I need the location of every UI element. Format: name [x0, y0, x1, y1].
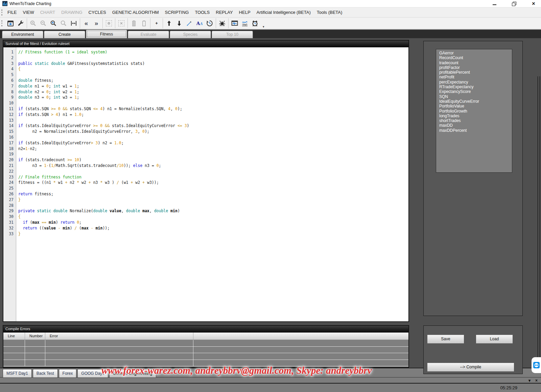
add-icon: + [155, 20, 158, 27]
region-delete-button [116, 18, 126, 28]
stat-item-longtrades[interactable]: longTrades [439, 114, 512, 118]
reset-view-button[interactable] [205, 18, 215, 28]
tab-fitness[interactable]: Fitness [86, 30, 127, 38]
stat-item-maxddpercent[interactable]: maxDDPercent [439, 128, 512, 133]
code-editor[interactable]: 1234567891011121314151617181920212223242… [3, 47, 408, 321]
code-line: fitness = ((n1 * w1 + n2 * w2 + n3 * w3 … [18, 180, 408, 186]
load-button[interactable]: Load [476, 335, 513, 344]
stat-item-rtradeexpectancy[interactable]: RTradeExpectancy [439, 84, 512, 89]
compile-error-row[interactable] [3, 353, 408, 360]
menu-item-help[interactable]: HELP [236, 8, 254, 17]
bottom-tab-genetic-engineering[interactable]: Genetic Engineering [109, 369, 156, 378]
zoom-in-button[interactable] [48, 18, 58, 28]
tabstrip-dropdown-button[interactable]: ▾ [528, 378, 531, 383]
stat-item-tradecount[interactable]: tradecount [439, 60, 512, 65]
spider-button[interactable] [217, 18, 227, 28]
minimize-button[interactable] [490, 1, 499, 7]
stat-item-sqn[interactable]: SQN [439, 94, 512, 99]
compile-error-row[interactable] [3, 360, 408, 367]
save-button[interactable]: Save [427, 335, 464, 344]
chart-settings-button[interactable] [5, 18, 16, 28]
statistics-panel: GAerrorRecordCounttradecountprofitFactor… [423, 41, 523, 316]
zoom-out-icon [40, 20, 47, 27]
code-line: return fitness; [18, 191, 408, 197]
toolbar-overflow-button[interactable]: ▾ [262, 25, 265, 29]
code-line: if (stats.SQN > 4) n1 = 1.0; [18, 112, 408, 118]
chart-monitor-button[interactable] [230, 18, 240, 28]
chart-monitor-icon [231, 20, 238, 27]
compile-errors-rows [3, 340, 408, 366]
code-line [18, 55, 408, 61]
stat-item-shorttrades[interactable]: shortTrades [439, 118, 512, 123]
spider-icon [218, 20, 226, 27]
menu-item-view[interactable]: VIEW [20, 8, 37, 17]
arrow-up-icon [165, 20, 173, 27]
compile-error-row[interactable] [3, 340, 408, 347]
code-line: // Fitness function (1 = ideal system) [18, 49, 408, 55]
menu-item-drawing: DRAWING [58, 8, 85, 17]
menu-item-artificial-intelligence-beta[interactable]: Artificial Intelligence (BETA) [254, 8, 314, 17]
stat-item-idealequitycurveerror[interactable]: IdealEquityCurveError [439, 99, 512, 104]
wrench-button[interactable] [16, 18, 26, 28]
alarm-clock-button[interactable] [250, 18, 260, 28]
stat-item-maxdd[interactable]: maxDD [439, 123, 512, 128]
menu-item-scripting[interactable]: SCRIPTING [162, 8, 192, 17]
chart-settings-icon [7, 20, 14, 27]
code-line: public static double GAFitness(systemsta… [18, 61, 408, 67]
stat-item-profitfactor[interactable]: profitFactor [439, 65, 512, 70]
menu-item-file[interactable]: FILE [4, 8, 20, 17]
close-button[interactable]: × [529, 1, 538, 7]
draw-line-button[interactable] [184, 18, 194, 28]
bottom-tab-forex[interactable]: Forex [59, 369, 77, 378]
stat-item-percexpectancy[interactable]: percExpectancy [439, 80, 512, 84]
stat-item-expectancyscore[interactable]: ExpectancyScore [439, 89, 512, 94]
bottom-tab-goog-day1[interactable]: GOOG Day1 [77, 369, 108, 378]
compile-button[interactable]: --> Compile [427, 363, 514, 372]
tab-environment[interactable]: Environment [2, 31, 43, 38]
code-line: { [18, 66, 408, 72]
tabstrip-close-button[interactable]: × [535, 378, 538, 383]
arrow-up-button[interactable] [164, 18, 174, 28]
fitness-editor-panel: Survival of the fittest / Evolution rule… [3, 40, 409, 322]
font-button[interactable]: AA [194, 18, 205, 28]
zoom-out-button [38, 18, 48, 28]
menu-item-genetic-algorithm[interactable]: GENETIC ALGORITHM [109, 8, 162, 17]
restore-button[interactable] [509, 1, 519, 7]
compile-error-row[interactable] [3, 347, 408, 353]
stat-item-gaerror[interactable]: GAerror [439, 51, 512, 55]
bottom-tab-msft-day1[interactable]: MSFT Day1 [3, 369, 32, 378]
stat-item-profitablepercent[interactable]: profitablePercent [439, 70, 512, 75]
bottom-tab-back-test[interactable]: Back Test [33, 369, 58, 378]
code-line: // Finale fittness function [18, 174, 408, 180]
stat-item-netprofit[interactable]: netProfit [439, 75, 512, 79]
teamviewer-edge-tab[interactable] [532, 357, 541, 373]
tab-row: EnvironmentCreateFitnessEvaluateSpeciesT… [0, 30, 541, 38]
stat-item-portfoliovalue[interactable]: PortfolioValue [439, 104, 512, 108]
extent-range-button[interactable] [69, 18, 79, 28]
col-header-error[interactable]: Error [45, 333, 193, 340]
arrow-down-button[interactable] [174, 18, 184, 28]
menu-item-tools[interactable]: TOOLS [192, 8, 213, 17]
code-line: double n3 = 0; int w3 = 1; [18, 95, 408, 100]
code-line [18, 118, 408, 123]
menubar-grip-handle[interactable] [1, 9, 2, 16]
toolbar-grip-handle[interactable] [1, 20, 2, 26]
region-delete-icon [118, 20, 124, 26]
add-button[interactable]: + [151, 18, 162, 28]
menu-item-replay[interactable]: REPLAY [213, 8, 236, 17]
reset-view-icon [206, 20, 213, 27]
bottom-tabs: MSFT Day1Back TestForexGOOG Day1Genetic … [3, 369, 156, 378]
step-back-button[interactable]: « [81, 18, 91, 28]
stat-item-portfoliogrowth[interactable]: PortfolioGrowth [439, 109, 512, 114]
code-line: if (stats.tradecount >= 10) [18, 157, 408, 163]
col-header-number[interactable]: Number [25, 333, 45, 340]
statistics-listbox[interactable]: GAerrorRecordCounttradecountprofitFactor… [436, 49, 512, 173]
stat-item-recordcount[interactable]: RecordCount [439, 55, 512, 60]
step-forward-button[interactable]: » [91, 18, 101, 28]
tab-create[interactable]: Create [44, 31, 85, 38]
col-header-line[interactable]: Line [3, 333, 25, 340]
menu-item-cycles[interactable]: CYCLES [86, 8, 109, 17]
menu-item-tools-beta[interactable]: Tools (BETA) [314, 8, 346, 17]
code-line [18, 134, 408, 140]
line-chart-button[interactable] [240, 18, 250, 28]
